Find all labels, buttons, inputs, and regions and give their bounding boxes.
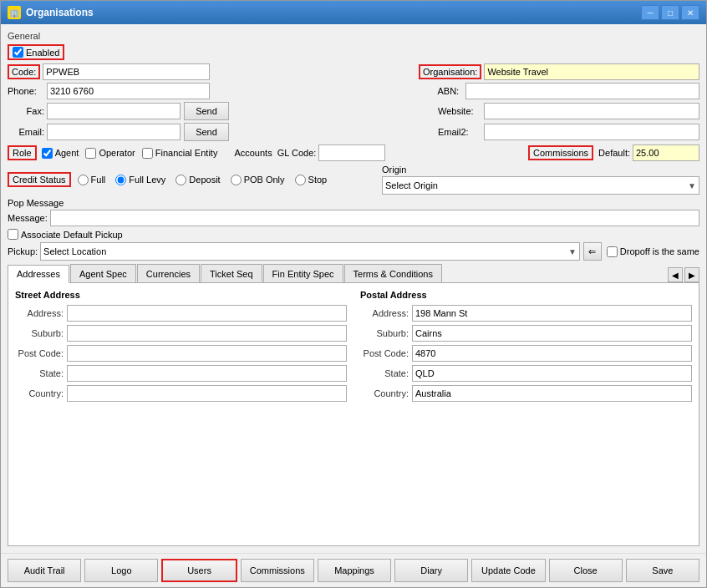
agent-checkbox[interactable] — [42, 148, 53, 159]
postal-address-input[interactable] — [412, 305, 692, 322]
street-state-input[interactable] — [67, 365, 347, 382]
radio-pob-only[interactable]: POB Only — [231, 175, 285, 185]
postal-country-input[interactable] — [412, 385, 692, 402]
operator-label: Operator — [99, 148, 135, 158]
tab-agent-spec[interactable]: Agent Spec — [70, 264, 136, 282]
postal-address-row: Address: — [360, 305, 692, 322]
pickup-select[interactable]: Select Location — [40, 242, 580, 261]
origin-label: Origin — [382, 165, 699, 175]
street-country-label: Country: — [15, 388, 67, 398]
radio-full-levy[interactable]: Full Levy — [115, 175, 165, 185]
postal-state-input[interactable] — [412, 365, 692, 382]
dropoff-same-label[interactable]: Dropoff is the same — [607, 246, 699, 257]
close-button[interactable]: Close — [549, 559, 623, 582]
radio-deposit[interactable]: Deposit — [175, 175, 220, 185]
radio-pob-only-input[interactable] — [231, 175, 242, 185]
credit-status-radio-group: Full Full Levy Deposit POB Only Stop — [78, 175, 328, 185]
maximize-button[interactable]: □ — [661, 5, 679, 20]
operator-checkbox-label[interactable]: Operator — [85, 148, 135, 159]
diary-button[interactable]: Diary — [394, 559, 468, 582]
dropoff-same-checkbox[interactable] — [607, 246, 618, 257]
organisation-label: Organisation: — [419, 64, 481, 79]
send-fax-button[interactable]: Send — [184, 102, 229, 120]
postal-suburb-input[interactable] — [412, 325, 692, 342]
send-email-button[interactable]: Send — [184, 123, 229, 141]
credit-status-label: Credit Status — [8, 172, 71, 187]
role-section-label: Role — [8, 145, 37, 160]
radio-full-levy-input[interactable] — [115, 175, 126, 185]
commissions-default-input[interactable] — [633, 144, 699, 161]
street-suburb-input[interactable] — [67, 325, 347, 342]
tab-fin-entity-spec[interactable]: Fin Entity Spec — [263, 264, 343, 282]
tabs-prev-button[interactable]: ◀ — [668, 267, 683, 282]
origin-select-wrapper: Select Origin ▼ — [382, 176, 699, 195]
postal-state-row: State: — [360, 365, 692, 382]
email2-input[interactable] — [484, 124, 699, 140]
message-input[interactable] — [50, 210, 699, 226]
logo-button[interactable]: Logo — [84, 559, 158, 582]
street-country-input[interactable] — [67, 385, 347, 402]
tabs-next-button[interactable]: ▶ — [684, 267, 699, 282]
tabs-nav: ◀ ▶ — [668, 267, 699, 282]
role-accounts-commissions-row: Role Agent Operator Financial Entity Acc… — [8, 144, 699, 161]
code-input[interactable] — [43, 63, 210, 80]
phone-abn-row: Phone: ABN: — [8, 83, 699, 99]
associate-pickup-checkbox[interactable] — [8, 229, 18, 240]
commissions-section-label: Commissions — [528, 145, 593, 160]
save-button[interactable]: Save — [626, 559, 699, 582]
title-bar: 🏢 Organisations ─ □ ✕ — [1, 1, 706, 24]
users-button[interactable]: Users — [161, 559, 237, 582]
radio-deposit-input[interactable] — [175, 175, 186, 185]
abn-input[interactable] — [465, 83, 700, 99]
update-code-button[interactable]: Update Code — [471, 559, 545, 582]
radio-stop[interactable]: Stop — [295, 175, 328, 185]
financial-entity-label: Financial Entity — [155, 148, 218, 158]
enabled-checkbox-label[interactable]: Enabled — [8, 44, 64, 60]
enabled-checkbox[interactable] — [13, 47, 23, 58]
email-input[interactable] — [47, 124, 181, 140]
postal-address-label: Address: — [360, 308, 412, 318]
commissions-default-label: Default: — [598, 148, 630, 158]
agent-checkbox-label[interactable]: Agent — [42, 148, 79, 159]
postal-address-title: Postal Address — [360, 290, 692, 300]
audit-trail-button[interactable]: Audit Trail — [8, 559, 81, 582]
code-org-row: Code: Organisation: — [8, 63, 699, 80]
street-address-row: Address: — [15, 305, 347, 322]
radio-full-input[interactable] — [78, 175, 89, 185]
pickup-nav-button[interactable]: ⇐ — [583, 242, 602, 261]
close-window-button[interactable]: ✕ — [681, 5, 699, 20]
radio-stop-input[interactable] — [295, 175, 306, 185]
associate-pickup-label[interactable]: Associate Default Pickup — [8, 229, 699, 240]
street-postcode-input[interactable] — [67, 345, 347, 362]
gl-code-input[interactable] — [318, 144, 385, 161]
tab-currencies[interactable]: Currencies — [137, 264, 200, 282]
financial-entity-checkbox[interactable] — [142, 148, 153, 159]
tab-terms-conditions[interactable]: Terms & Conditions — [344, 264, 442, 282]
mappings-button[interactable]: Mappings — [318, 559, 391, 582]
origin-select[interactable]: Select Origin — [382, 176, 699, 195]
message-row: Message: — [8, 210, 699, 226]
tabs-header: Addresses Agent Spec Currencies Ticket S… — [8, 264, 699, 283]
code-label: Code: — [8, 64, 40, 79]
postal-postcode-input[interactable] — [412, 345, 692, 362]
organisation-input[interactable] — [484, 63, 699, 80]
street-address-input[interactable] — [67, 305, 347, 322]
minimize-button[interactable]: ─ — [641, 5, 659, 20]
phone-input[interactable] — [47, 83, 210, 99]
postal-postcode-row: Post Code: — [360, 345, 692, 362]
postal-suburb-row: Suburb: — [360, 325, 692, 342]
radio-full[interactable]: Full — [78, 175, 106, 185]
commissions-button[interactable]: Commissions — [241, 559, 314, 582]
email-row: Email: Send Email2: — [8, 123, 699, 141]
operator-checkbox[interactable] — [85, 148, 96, 159]
fax-input[interactable] — [47, 103, 181, 119]
financial-entity-checkbox-label[interactable]: Financial Entity — [142, 148, 218, 159]
tab-addresses[interactable]: Addresses — [8, 265, 69, 283]
street-address-col: Street Address Address: Suburb: Post Cod… — [15, 290, 347, 405]
street-address-label: Address: — [15, 308, 67, 318]
website-input[interactable] — [484, 103, 699, 119]
message-field-label: Message: — [8, 213, 48, 223]
tab-ticket-seq[interactable]: Ticket Seq — [201, 264, 262, 282]
enabled-label: Enabled — [26, 48, 59, 58]
street-postcode-row: Post Code: — [15, 345, 347, 362]
